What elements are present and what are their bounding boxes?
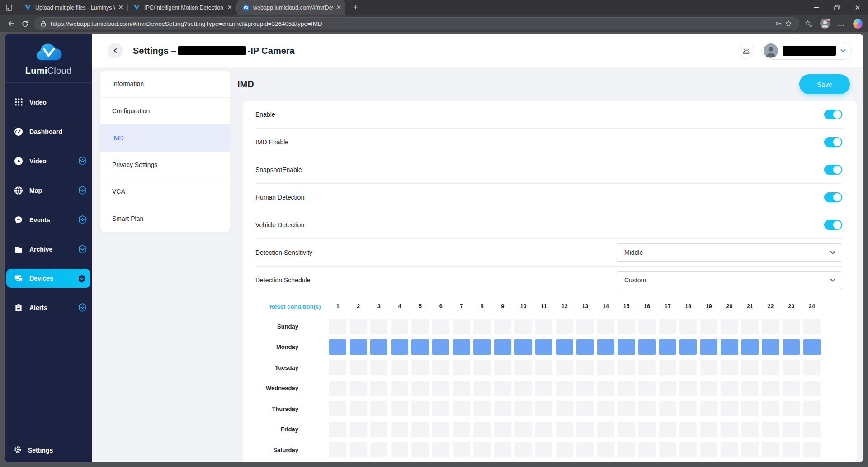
schedule-cell-sunday-22[interactable] [762, 319, 779, 334]
schedule-cell-saturday-24[interactable] [803, 442, 821, 457]
schedule-cell-wednesday-17[interactable] [659, 381, 676, 396]
schedule-cell-monday-5[interactable] [411, 339, 429, 355]
select-detection-sensitivity[interactable]: Middle [617, 243, 842, 262]
schedule-cell-saturday-11[interactable] [535, 442, 552, 457]
schedule-cell-tuesday-21[interactable] [741, 360, 759, 375]
sidebar-item-alerts[interactable]: Alerts [5, 293, 92, 322]
schedule-cell-friday-24[interactable] [803, 422, 821, 437]
schedule-cell-friday-18[interactable] [679, 422, 697, 437]
user-menu[interactable] [761, 42, 852, 60]
schedule-cell-sunday-4[interactable] [391, 319, 408, 334]
schedule-cell-tuesday-3[interactable] [370, 360, 387, 375]
schedule-cell-sunday-5[interactable] [411, 319, 429, 334]
save-button[interactable]: Save [799, 74, 850, 94]
schedule-cell-tuesday-16[interactable] [638, 360, 656, 375]
schedule-cell-friday-13[interactable] [576, 422, 594, 437]
schedule-cell-saturday-21[interactable] [741, 442, 759, 457]
toggle-snapshotenable[interactable] [824, 165, 842, 175]
schedule-cell-saturday-15[interactable] [618, 442, 635, 457]
schedule-cell-monday-13[interactable] [576, 339, 594, 355]
schedule-cell-sunday-3[interactable] [370, 319, 387, 334]
schedule-cell-friday-19[interactable] [700, 422, 717, 437]
schedule-cell-monday-20[interactable] [721, 339, 738, 355]
schedule-cell-thursday-19[interactable] [700, 401, 717, 416]
schedule-cell-saturday-13[interactable] [576, 442, 594, 457]
schedule-cell-monday-1[interactable] [329, 339, 346, 355]
schedule-cell-thursday-23[interactable] [783, 401, 800, 416]
schedule-cell-thursday-12[interactable] [556, 401, 573, 416]
schedule-cell-saturday-17[interactable] [659, 442, 676, 457]
schedule-cell-sunday-7[interactable] [453, 319, 470, 334]
schedule-cell-monday-9[interactable] [494, 339, 511, 355]
schedule-cell-friday-21[interactable] [741, 422, 759, 437]
sidebar-item-settings[interactable]: Settings [14, 445, 53, 455]
schedule-cell-tuesday-20[interactable] [721, 360, 738, 375]
schedule-cell-tuesday-7[interactable] [453, 360, 470, 375]
schedule-cell-sunday-13[interactable] [576, 319, 594, 334]
schedule-cell-thursday-24[interactable] [803, 401, 821, 416]
schedule-cell-monday-24[interactable] [803, 339, 821, 355]
schedule-cell-saturday-20[interactable] [721, 442, 738, 457]
schedule-cell-saturday-22[interactable] [762, 442, 779, 457]
schedule-cell-friday-20[interactable] [721, 422, 738, 437]
schedule-cell-thursday-22[interactable] [762, 401, 779, 416]
schedule-cell-wednesday-10[interactable] [514, 381, 532, 396]
schedule-cell-thursday-9[interactable] [494, 401, 511, 416]
menu-item-privacy-settings[interactable]: Privacy Settings [100, 152, 230, 179]
schedule-cell-thursday-4[interactable] [391, 401, 408, 416]
schedule-cell-saturday-8[interactable] [473, 442, 491, 457]
schedule-cell-sunday-6[interactable] [432, 319, 449, 334]
schedule-cell-thursday-8[interactable] [473, 401, 491, 416]
schedule-cell-tuesday-19[interactable] [700, 360, 717, 375]
schedule-cell-thursday-17[interactable] [659, 401, 676, 416]
schedule-cell-monday-19[interactable] [700, 339, 717, 355]
sidebar-item-video[interactable]: Video [5, 87, 92, 117]
schedule-cell-sunday-16[interactable] [638, 319, 656, 334]
schedule-cell-monday-21[interactable] [741, 339, 759, 355]
schedule-cell-friday-3[interactable] [370, 422, 387, 437]
schedule-cell-tuesday-8[interactable] [473, 360, 491, 375]
schedule-cell-friday-17[interactable] [659, 422, 676, 437]
schedule-cell-wednesday-22[interactable] [762, 381, 779, 396]
schedule-cell-wednesday-11[interactable] [535, 381, 552, 396]
schedule-cell-saturday-1[interactable] [329, 442, 346, 457]
schedule-cell-tuesday-6[interactable] [432, 360, 449, 375]
schedule-cell-thursday-15[interactable] [618, 401, 635, 416]
schedule-cell-friday-1[interactable] [329, 422, 346, 437]
toggle-enable[interactable] [824, 110, 842, 119]
schedule-cell-sunday-12[interactable] [556, 319, 573, 334]
schedule-cell-saturday-6[interactable] [432, 442, 449, 457]
schedule-cell-saturday-10[interactable] [514, 442, 532, 457]
schedule-cell-saturday-12[interactable] [556, 442, 573, 457]
schedule-cell-thursday-11[interactable] [535, 401, 552, 416]
schedule-cell-wednesday-23[interactable] [783, 381, 800, 396]
schedule-cell-tuesday-10[interactable] [514, 360, 532, 375]
schedule-cell-friday-7[interactable] [453, 422, 470, 437]
tab-close-icon[interactable]: ✕ [335, 4, 343, 12]
schedule-cell-thursday-3[interactable] [370, 401, 387, 416]
browser-tab[interactable]: IPC/Intelligent Motion Detection ( ✕ [128, 0, 236, 15]
schedule-cell-wednesday-21[interactable] [741, 381, 759, 396]
favorite-star-icon[interactable] [783, 19, 793, 29]
schedule-cell-thursday-2[interactable] [350, 401, 367, 416]
schedule-cell-friday-15[interactable] [618, 422, 635, 437]
schedule-cell-friday-14[interactable] [597, 422, 614, 437]
schedule-cell-thursday-20[interactable] [721, 401, 738, 416]
menu-item-configuration[interactable]: Configuration [100, 98, 230, 125]
toggle-vehicle-detection[interactable] [824, 220, 842, 230]
schedule-cell-sunday-10[interactable] [514, 319, 532, 334]
sidebar-item-video-player[interactable]: Video [5, 146, 92, 176]
schedule-cell-saturday-18[interactable] [679, 442, 697, 457]
schedule-cell-wednesday-1[interactable] [329, 381, 346, 396]
schedule-cell-sunday-20[interactable] [721, 319, 738, 334]
schedule-cell-wednesday-7[interactable] [453, 381, 470, 396]
schedule-cell-wednesday-16[interactable] [638, 381, 656, 396]
schedule-cell-saturday-19[interactable] [700, 442, 717, 457]
schedule-cell-wednesday-9[interactable] [494, 381, 511, 396]
schedule-cell-friday-10[interactable] [514, 422, 532, 437]
tab-close-icon[interactable]: ✕ [117, 4, 125, 12]
menu-item-information[interactable]: Information [100, 71, 230, 98]
schedule-cell-thursday-10[interactable] [514, 401, 532, 416]
schedule-cell-wednesday-6[interactable] [432, 381, 449, 396]
sidebar-item-archive[interactable]: Archive [5, 234, 92, 264]
